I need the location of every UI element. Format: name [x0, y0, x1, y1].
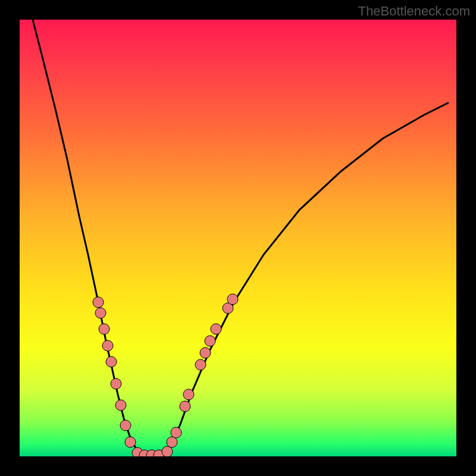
- data-marker: [183, 389, 194, 400]
- data-marker: [223, 303, 233, 314]
- data-marker: [132, 447, 143, 456]
- chart-container: TheBottleneck.com: [0, 0, 476, 476]
- data-marker: [200, 347, 211, 358]
- data-marker: [93, 297, 104, 308]
- data-marker: [205, 336, 215, 346]
- data-marker: [99, 324, 109, 334]
- data-marker: [167, 437, 177, 447]
- curve-left-curve: [33, 20, 142, 456]
- data-marker: [154, 450, 164, 456]
- watermark-text: TheBottleneck.com: [358, 4, 470, 19]
- data-marker: [162, 446, 173, 456]
- data-marker: [120, 420, 131, 431]
- data-marker: [95, 308, 106, 318]
- data-marker: [111, 378, 121, 389]
- data-marker: [125, 437, 136, 447]
- data-marker: [146, 450, 157, 456]
- data-marker: [195, 359, 206, 370]
- data-marker: [102, 340, 113, 351]
- curve-right-curve: [165, 103, 448, 456]
- plot-area: [20, 20, 456, 456]
- data-marker: [211, 324, 221, 334]
- data-marker: [227, 294, 238, 305]
- data-marker: [180, 401, 190, 412]
- data-marker: [139, 450, 150, 456]
- chart-svg: [20, 20, 456, 456]
- data-marker: [171, 427, 181, 438]
- data-marker: [115, 400, 126, 411]
- data-marker: [106, 356, 117, 367]
